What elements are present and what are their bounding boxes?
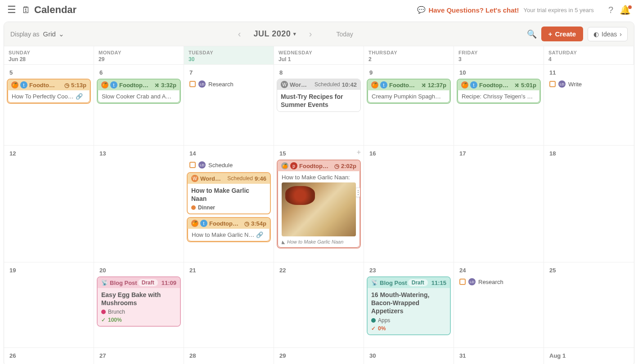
- day-cell-14[interactable]: 14 LDSchedule WWord… Scheduled 9:46 How …: [184, 146, 274, 262]
- day-cell-22[interactable]: 22: [274, 262, 364, 347]
- notifications-icon[interactable]: 🔔: [620, 4, 631, 15]
- check-icon: ✓: [371, 325, 376, 332]
- calendar-icon: 🗓: [22, 5, 31, 15]
- week-row-4: 26 27 28 29 30 31 Aug 1: [4, 347, 634, 364]
- checkbox-icon[interactable]: [549, 81, 556, 87]
- day-cell-11[interactable]: 11 LDWrite: [544, 65, 634, 145]
- task-chip[interactable]: LDWrite: [547, 79, 631, 89]
- prev-month-button[interactable]: ‹: [238, 29, 241, 39]
- social-card[interactable]: 🍊tFoodtopi… 3:32p Slow Cooker Crab and A…: [97, 79, 181, 104]
- wordpress-card[interactable]: WWord… Scheduled 9:46 How to Make Garlic…: [187, 172, 271, 214]
- social-card[interactable]: 🍊tFoodtopi… 5:01p Recipe: Chrissy Teigen…: [457, 79, 541, 104]
- shuffle-icon: [514, 82, 519, 89]
- calendar: Display as Grid ⌄ ‹ JUL 2020 ▾ › Today 🔍…: [4, 22, 634, 364]
- checkbox-icon[interactable]: [459, 279, 466, 285]
- notification-dot: [628, 5, 632, 9]
- shuffle-icon: [154, 82, 159, 89]
- plus-icon: +: [548, 30, 553, 38]
- day-cell-26[interactable]: 26: [4, 348, 94, 364]
- profile-icon: 🍊: [461, 81, 468, 89]
- profile-icon: 🍊: [11, 81, 18, 89]
- day-cell-23[interactable]: 23 📡Blog Post Draft11:15 16 Mouth-Wateri…: [364, 262, 454, 347]
- caret-down-icon: ▾: [293, 31, 297, 37]
- day-cell-16[interactable]: 16: [364, 146, 454, 262]
- social-card[interactable]: 🍊pFoodtop… 2:02p ⋮ How to Make Garlic Na…: [277, 160, 361, 249]
- social-card[interactable]: 🍊tFoodto… 5:13p How To Perfectly Coo… 🔗: [7, 79, 91, 104]
- create-button[interactable]: + Create: [541, 27, 583, 41]
- day-cell-15[interactable]: 15 + 🍊pFoodtop… 2:02p ⋮ How to Make Garl…: [274, 146, 364, 262]
- wordpress-icon: W: [281, 81, 288, 88]
- help-icon[interactable]: ?: [608, 5, 613, 15]
- clock-icon: [64, 82, 69, 89]
- week-row-2: 12 13 14 LDSchedule WWord… Scheduled 9:4…: [4, 145, 634, 262]
- twitter-icon: t: [380, 81, 387, 89]
- add-item-button[interactable]: +: [357, 148, 361, 156]
- social-card[interactable]: 🍊tFoodto… 12:37p Creamy Pumpkin Spagh…: [367, 79, 451, 104]
- day-cell-28[interactable]: 28: [184, 348, 274, 364]
- checkbox-icon[interactable]: [189, 162, 196, 168]
- day-cell-21[interactable]: 21: [184, 262, 274, 347]
- wordpress-card[interactable]: WWor… Scheduled 10:42 Must-Try Recipes f…: [277, 79, 361, 112]
- link-icon: 🔗: [256, 231, 263, 238]
- display-as-dropdown[interactable]: Grid ⌄: [43, 30, 64, 38]
- trial-text: Your trial expires in 5 years: [524, 7, 594, 13]
- task-chip[interactable]: LDResearch: [187, 79, 271, 89]
- today-button[interactable]: Today: [336, 31, 353, 38]
- avatar-icon: LD: [198, 161, 206, 169]
- day-cell-29[interactable]: 29: [274, 348, 364, 364]
- menu-icon[interactable]: ☰: [7, 4, 16, 16]
- social-card[interactable]: 🍊tFoodtop… 3:54p How to Make Garlic N… 🔗: [187, 217, 271, 242]
- wordpress-icon: W: [191, 175, 198, 182]
- twitter-icon: t: [110, 81, 117, 89]
- campaign-caption: How to Make Garlic Naan: [282, 239, 356, 244]
- profile-icon: 🍊: [191, 220, 198, 227]
- display-as-label: Display as: [10, 31, 40, 38]
- twitter-icon: t: [20, 81, 27, 89]
- day-cell-5[interactable]: 5 🍊tFoodto… 5:13p How To Perfectly Coo… …: [4, 65, 94, 145]
- check-icon: ✓: [101, 317, 106, 323]
- day-cell-12[interactable]: 12: [4, 146, 94, 262]
- checkbox-icon[interactable]: [189, 81, 196, 87]
- day-cell-18[interactable]: 18: [544, 146, 634, 262]
- preview-image: [282, 182, 356, 236]
- task-chip[interactable]: LDSchedule: [187, 160, 271, 170]
- twitter-icon: t: [470, 81, 477, 89]
- day-cell-30[interactable]: 30: [364, 348, 454, 364]
- pinterest-icon: p: [290, 162, 297, 169]
- rss-icon: 📡: [101, 280, 108, 286]
- day-cell-9[interactable]: 9 🍊tFoodto… 12:37p Creamy Pumpkin Spagh…: [364, 65, 454, 145]
- day-cell-13[interactable]: 13: [94, 146, 184, 262]
- chevron-right-icon: ›: [620, 31, 622, 38]
- day-cell-7[interactable]: 7 LDResearch: [184, 65, 274, 145]
- avatar-icon: LD: [198, 80, 206, 88]
- blog-card[interactable]: 📡Blog Post Draft11:15 16 Mouth-Watering,…: [367, 276, 451, 335]
- day-cell-31[interactable]: 31: [454, 348, 544, 364]
- day-cell-aug1[interactable]: Aug 1: [544, 348, 634, 364]
- day-header-sun: SUNDAYJun 28: [4, 46, 94, 64]
- ideas-button[interactable]: Ideas ›: [588, 27, 628, 41]
- day-cell-17[interactable]: 17: [454, 146, 544, 262]
- day-cell-8[interactable]: 8 WWor… Scheduled 10:42 Must-Try Recipes…: [274, 65, 364, 145]
- day-header-fri: FRIDAY3: [454, 46, 544, 64]
- weekday-headers: SUNDAYJun 28 MONDAY29 TUESDAY30 WEDNESDA…: [4, 46, 634, 64]
- day-cell-10[interactable]: 10 🍊tFoodtopi… 5:01p Recipe: Chrissy Tei…: [454, 65, 544, 145]
- blog-card[interactable]: 📡Blog Post Draft11:09 Easy Egg Bake with…: [97, 276, 181, 327]
- day-cell-27[interactable]: 27: [94, 348, 184, 364]
- next-month-button[interactable]: ›: [309, 29, 312, 39]
- day-cell-24[interactable]: 24 LDResearch: [454, 262, 544, 347]
- week-row-3: 19 20 📡Blog Post Draft11:09 Easy Egg Bak…: [4, 262, 634, 347]
- task-chip[interactable]: LDResearch: [457, 276, 541, 287]
- chat-link[interactable]: 💬 Have Questions? Let's chat!: [417, 6, 519, 14]
- day-cell-20[interactable]: 20 📡Blog Post Draft11:09 Easy Egg Bake w…: [94, 262, 184, 347]
- search-icon[interactable]: 🔍: [527, 29, 537, 39]
- tag-dot: [191, 205, 196, 210]
- day-header-mon: MONDAY29: [94, 46, 184, 64]
- day-cell-19[interactable]: 19: [4, 262, 94, 347]
- day-cell-6[interactable]: 6 🍊tFoodtopi… 3:32p Slow Cooker Crab and…: [94, 65, 184, 145]
- chevron-down-icon: ⌄: [58, 30, 64, 38]
- day-cell-25[interactable]: 25: [544, 262, 634, 347]
- profile-icon: 🍊: [281, 162, 288, 169]
- profile-icon: 🍊: [371, 81, 378, 89]
- avatar-icon: LD: [558, 80, 566, 88]
- month-picker[interactable]: JUL 2020 ▾: [253, 29, 296, 39]
